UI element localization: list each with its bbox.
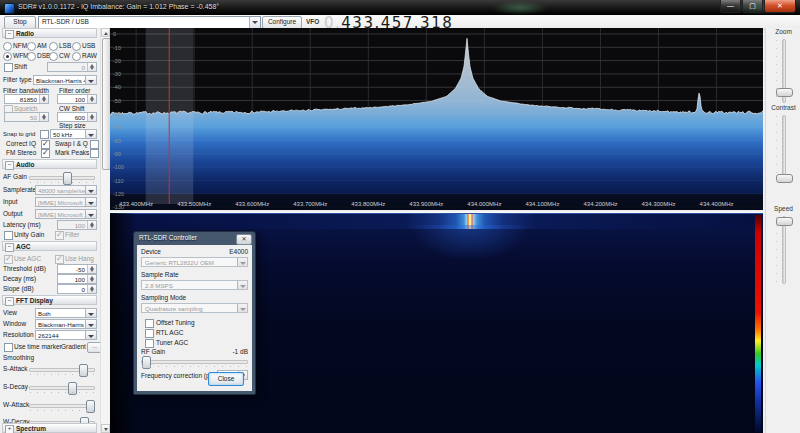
time-marker-checkbox[interactable] [4,343,13,352]
sidebar-scrollbar[interactable] [100,28,109,433]
section-agc[interactable]: −AGC [2,241,97,251]
filter-order-input[interactable]: 100 [57,94,97,104]
rtl-agc-checkbox[interactable] [145,329,154,338]
svg-text:-10: -10 [113,45,121,51]
speed-slider[interactable] [782,216,786,284]
spinner-icon[interactable] [87,221,96,229]
svg-text:-80: -80 [113,138,121,144]
svg-text:433.800MHz: 433.800MHz [351,201,385,207]
maximize-button[interactable]: ▢ [742,0,763,13]
collapse-icon[interactable]: − [5,243,14,252]
svg-text:434.300MHz: 434.300MHz [642,201,676,207]
waterfall-signal-glow [410,225,530,261]
slope-input[interactable]: 0 [57,284,97,294]
close-window-button[interactable]: ✕ [764,0,796,13]
audio-input-select[interactable]: [MME] Microsoft Sound [35,197,97,207]
sample-rate-select[interactable]: 2.8 MSPS [141,280,248,290]
rf-gain-slider[interactable] [141,360,248,364]
svg-text:433.400MHz: 433.400MHz [119,201,153,207]
offset-tuning-label: Offset Tuning [156,319,195,326]
spinner-icon[interactable] [87,265,96,273]
zoom-slider[interactable] [782,39,786,103]
w-attack-slider[interactable] [29,404,95,408]
snap-to-grid-checkbox[interactable] [40,130,49,139]
mode-cw[interactable]: CW [49,51,70,61]
slider-thumb[interactable] [79,364,88,377]
svg-text:-70: -70 [113,124,121,130]
audio-output-label: Output [3,209,23,219]
audio-output-select[interactable]: [MME] Microsoft Sound [35,209,97,219]
spinner-icon[interactable] [39,95,48,103]
dialog-close-button[interactable]: Close [208,372,244,386]
chevron-down-icon [85,331,96,339]
collapse-icon[interactable]: − [5,30,14,39]
spinner-icon[interactable] [87,285,96,293]
mode-wfm[interactable]: WFM [3,51,29,61]
scroll-up-icon[interactable] [101,28,110,37]
minimize-button[interactable]: — [720,0,741,13]
fm-stereo-label: FM Stereo [6,148,36,158]
latency-input[interactable]: 100 [57,220,97,230]
samplerate-select[interactable]: 48000 sample/sec [35,185,97,195]
mode-am[interactable]: AM [27,41,47,51]
shift-checkbox[interactable] [4,63,13,72]
slider-thumb[interactable] [776,88,793,97]
scroll-down-icon[interactable] [101,424,110,433]
mode-nfm[interactable]: NFM [3,41,27,51]
section-audio[interactable]: −Audio [2,159,97,169]
spectrum-plot[interactable]: 0-10-20-30-40-50-60-70-80-90-100-110-120… [110,28,763,210]
section-fft-display[interactable]: −FFT Display [2,295,97,305]
fm-stereo-checkbox[interactable] [41,149,50,158]
slider-thumb[interactable] [776,174,793,183]
fft-window-select[interactable]: Blackman-Harris 4 [35,319,97,329]
dialog-title: RTL-SDR Controller [139,234,197,241]
mode-raw[interactable]: RAW [72,51,97,61]
mark-peaks-checkbox[interactable] [90,149,99,158]
resolution-select[interactable]: 262144 [35,330,97,340]
svg-text:-50: -50 [113,98,121,104]
filter-audio-checkbox[interactable] [55,231,64,240]
mode-lsb[interactable]: LSB [49,41,71,51]
svg-text:433.900MHz: 433.900MHz [409,201,443,207]
view-select[interactable]: Both [35,308,97,318]
slider-thumb[interactable] [776,217,793,226]
s-decay-slider[interactable] [29,386,95,390]
spinner-icon[interactable] [87,63,96,71]
sampling-mode-select[interactable]: Quadrature sampling [141,303,248,313]
threshold-input[interactable]: -50 [57,264,97,274]
chevron-down-icon [85,76,96,84]
spinner-icon[interactable] [87,95,96,103]
filter-type-select[interactable]: Blackman-Harris 4 [33,75,97,85]
use-hang-checkbox[interactable] [55,255,64,264]
mode-usb[interactable]: USB [72,41,95,51]
title-bar[interactable]: SDR# v1.0.0.1172 - IQ Imbalance: Gain = … [0,0,800,15]
section-spectrum[interactable]: +Spectrum [2,423,97,433]
spinner-icon[interactable] [39,113,48,121]
mode-dsb[interactable]: DSB [27,51,50,61]
speed-label: Speed [766,205,800,212]
unity-gain-checkbox[interactable] [4,231,13,240]
slider-thumb[interactable] [68,382,77,395]
shift-input[interactable]: 0 [47,62,97,72]
device-select[interactable]: Generic RTL2832U OEM [141,257,248,267]
step-size-select[interactable]: 50 kHz [50,129,97,139]
offset-tuning-checkbox[interactable] [145,319,154,328]
contrast-slider[interactable] [782,115,786,183]
use-agc-checkbox[interactable] [4,255,13,264]
dialog-close-icon[interactable]: ✕ [236,234,252,245]
af-gain-slider[interactable] [29,176,95,180]
decay-input[interactable]: 100 [57,274,97,284]
filter-bandwidth-input[interactable]: 81850 [4,94,49,104]
decay-label: Decay (ms) [3,274,36,284]
gradient-button[interactable]: ... [87,342,100,353]
collapse-icon[interactable]: − [5,161,14,170]
s-attack-slider[interactable] [29,368,95,372]
section-radio[interactable]: −Radio [2,28,97,38]
slider-thumb[interactable] [63,172,72,185]
slider-thumb[interactable] [142,356,151,369]
spinner-icon[interactable] [87,275,96,283]
collapse-icon[interactable]: − [5,297,14,306]
collapse-icon[interactable]: + [5,425,14,433]
spinner-icon[interactable] [87,113,96,121]
slider-thumb[interactable] [86,400,95,413]
